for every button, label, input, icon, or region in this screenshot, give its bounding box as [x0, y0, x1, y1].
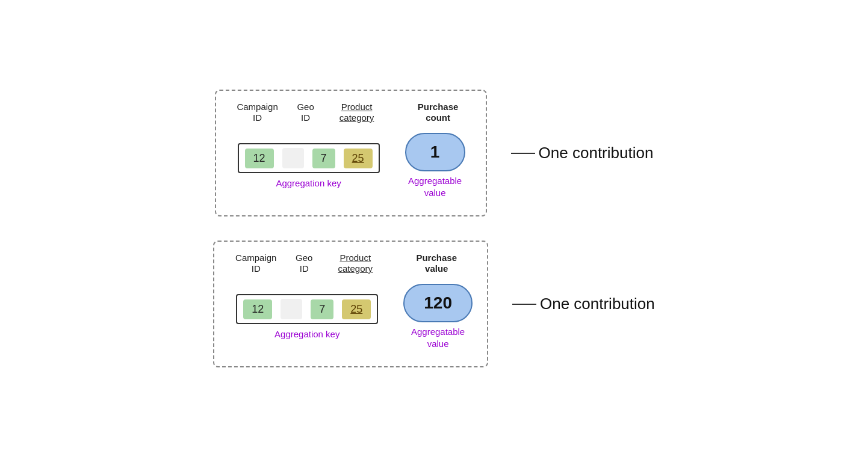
product-val-2: 25: [342, 299, 371, 319]
geo-id-header-2: Geo ID: [283, 253, 325, 274]
product-val-1: 25: [344, 149, 373, 168]
geo-val-1: [282, 148, 304, 168]
agg-key-label-1: Aggregation key: [231, 178, 387, 188]
contribution-text-2: One contribution: [540, 295, 655, 313]
geo-val-2: [281, 299, 302, 319]
col-headers-2: Campaign ID Geo ID Product category Purc…: [229, 253, 470, 274]
value-area-2: 120 Aggregatable value: [403, 284, 473, 349]
key-box-1: 12 7 25: [238, 143, 380, 173]
dashed-container-2: Campaign ID Geo ID Product category Purc…: [213, 241, 488, 367]
agg-bubble-1: 1: [405, 133, 465, 171]
contribution-block-2: Campaign ID Geo ID Product category Purc…: [213, 241, 655, 367]
contribution-connector-1: One contribution: [511, 144, 654, 162]
geo-id-header-1: Geo ID: [285, 102, 327, 123]
geo-num-2: 7: [311, 299, 333, 319]
campaign-val-2: 12: [243, 299, 272, 319]
agg-value-label-1: Aggregatable value: [408, 175, 462, 198]
campaign-val-1: 12: [245, 149, 274, 168]
col-headers-1: Campaign ID Geo ID Product category Purc…: [231, 102, 471, 123]
contribution-connector-2: One contribution: [512, 295, 655, 313]
campaign-id-header-2: Campaign ID: [229, 253, 283, 274]
contribution-block-1: Campaign ID Geo ID Product category Purc…: [215, 90, 654, 216]
geo-num-1: 7: [312, 149, 335, 168]
product-category-header-2: Product category: [325, 253, 385, 274]
key-box-2: 12 7 25: [236, 294, 378, 324]
agg-bubble-2: 120: [403, 284, 473, 322]
campaign-id-header-1: Campaign ID: [231, 102, 285, 123]
purchase-value-header-2: Purchase value: [403, 253, 470, 274]
contribution-text-1: One contribution: [539, 144, 654, 162]
purchase-count-header-1: Purchase count: [405, 102, 471, 123]
agg-value-label-2: Aggregatable value: [411, 326, 465, 349]
h-line-2: [512, 304, 536, 305]
agg-key-label-2: Aggregation key: [229, 329, 385, 339]
h-line-1: [511, 153, 535, 154]
value-area-1: 1 Aggregatable value: [405, 133, 465, 198]
dashed-container-1: Campaign ID Geo ID Product category Purc…: [215, 90, 487, 216]
product-category-header-1: Product category: [327, 102, 387, 123]
